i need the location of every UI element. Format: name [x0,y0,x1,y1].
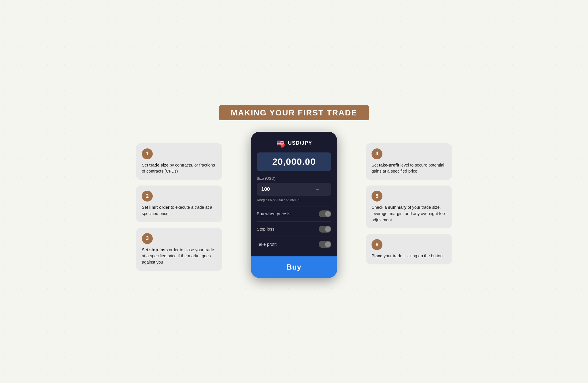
step-card-1: 1 Set trade size by contracts, or fracti… [136,143,222,180]
step-badge-1: 1 [142,148,153,159]
phone-inner: 🇺🇸 🔴 USD/JPY 20,000.00 Size (USD) 100 − [251,132,337,252]
buy-when-price-toggle[interactable] [319,210,331,217]
margin-value1: $5,864.00 [268,198,283,202]
margin-label: Margin [257,198,267,202]
margin-info: Margin $5,864.00 / $5,864.00 [257,198,331,202]
size-value: 100 [261,186,270,192]
size-input-row[interactable]: 100 − + [257,183,331,196]
step-badge-5: 5 [372,191,382,202]
take-profit-toggle-row: Take profit [257,237,331,252]
step-4-text: Set take-profit level to secure potentia… [372,162,446,175]
step-badge-6: 6 [372,239,382,250]
right-steps-col: 4 Set take-profit level to secure potent… [366,132,452,265]
page-title: MAKING YOUR FIRST TRADE [219,105,369,120]
margin-value2: $5,864.00 [286,198,300,202]
size-controls: − + [316,186,327,192]
take-profit-toggle[interactable] [319,241,331,248]
step-3-text: Set stop-loss order to close your trade … [142,247,216,266]
buy-when-price-toggle-row: Buy when price is [257,206,331,221]
take-profit-label: Take profit [257,242,276,247]
step-card-6: 6 Place your trade clicking on the butto… [366,234,452,264]
left-steps-col: 1 Set trade size by contracts, or fracti… [136,132,222,271]
currency-header: 🇺🇸 🔴 USD/JPY [257,139,331,148]
step-badge-2: 2 [142,191,153,202]
step-6-text: Place your trade clicking on the button [372,253,446,259]
stop-loss-toggle-row: Stop loss [257,221,331,237]
step-card-3: 3 Set stop-loss order to close your trad… [136,228,222,271]
currency-flag: 🇺🇸 🔴 [276,139,285,148]
buy-when-price-label: Buy when price is [257,211,291,216]
step-badge-3: 3 [142,233,153,244]
increment-button[interactable]: + [323,186,327,192]
buy-button[interactable]: Buy [251,256,337,278]
stop-loss-label: Stop loss [257,227,274,231]
phone-frame: 🇺🇸 🔴 USD/JPY 20,000.00 Size (USD) 100 − [251,132,337,278]
main-layout: 1 Set trade size by contracts, or fracti… [136,132,452,278]
size-label: Size (USD) [257,176,331,181]
step-card-5: 5 Check a summary of your trade size, le… [366,185,452,228]
step-card-4: 4 Set take-profit level to secure potent… [366,143,452,180]
center-col: 🇺🇸 🔴 USD/JPY 20,000.00 Size (USD) 100 − [222,132,366,278]
step-badge-4: 4 [372,148,382,159]
decrement-button[interactable]: − [316,186,320,192]
stop-loss-toggle[interactable] [319,226,331,233]
step-5-text: Check a summary of your trade size, leve… [372,204,446,223]
page-title-section: MAKING YOUR FIRST TRADE [136,105,452,120]
step-card-2: 2 Set limit order to execute a trade at … [136,185,222,222]
currency-pair: USD/JPY [288,140,312,146]
step-2-text: Set limit order to execute a trade at a … [142,204,216,217]
step-1-text: Set trade size by contracts, or fraction… [142,162,216,175]
page-wrapper: MAKING YOUR FIRST TRADE 1 Set trade size… [136,105,452,278]
price-display: 20,000.00 [257,152,331,171]
